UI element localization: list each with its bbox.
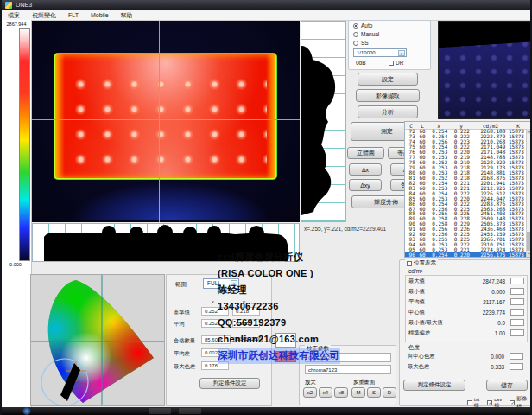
multi-S-button[interactable]: S [367,387,381,398]
table-row[interactable]: 96600.2540.2202256.17515873 [405,252,526,258]
range-select[interactable]: FULL ▼ [203,278,239,289]
calibration-param-2[interactable]: chroma7123 [305,365,391,374]
result-ng-badge: NG [276,351,296,362]
preview-panel-image [439,22,531,118]
menu-item-Mobile[interactable]: Mobile [85,10,115,20]
radio-row-SS[interactable]: SS [353,39,430,47]
multi-screen-label: 多重畫面 [353,379,375,386]
col-x-header: x [212,299,214,304]
table-body: 72600.2540.2222268.1881587373600.2540.22… [405,129,526,257]
taskbar[interactable] [2,407,532,415]
stat-value: 0.333 [458,364,510,370]
status-indicator-box [510,329,524,336]
delta-xy-button[interactable]: Δxy [349,179,382,191]
result-blank-box [276,333,296,348]
zoom-x8-button[interactable]: x8 [334,387,348,398]
table-col-header: K [509,123,528,129]
camera-preview[interactable] [438,21,532,119]
scroll-down-icon[interactable]: ▼ [527,252,531,257]
stat-value: 2239.774 [459,310,510,316]
measurement-table[interactable]: CLxycd/m2K 72600.2540.2222268.1881587373… [404,121,532,258]
luminance-image[interactable] [32,21,300,222]
capture-settings-panel: AutoManualSS 1/10000 ▼ 0dB DR [348,20,431,70]
status-indicator-box [510,288,524,295]
file-checkbox[interactable]: ✓ [510,400,515,405]
status-indicator-box [510,363,523,370]
taskbar-button[interactable] [149,408,171,414]
start-orb-icon[interactable] [22,407,31,415]
radio-row-Auto[interactable]: Auto [353,22,430,29]
scroll-up-icon[interactable]: ▲ [527,129,531,134]
analyze-button[interactable]: 分析 [358,105,418,118]
horizontal-profile-curve [33,224,299,261]
cie-horseshoe [31,275,164,405]
calibration-title: 校正參數 [305,345,331,353]
cursor-readout: x=.255, y=.221, cd/m2=2229.401 [304,226,386,232]
radio-ss[interactable] [353,41,358,46]
stat-value: 2847.248 [459,278,510,284]
delta-x-button[interactable]: Δx [349,163,382,176]
col-y-header: y [243,299,245,304]
judge-condition-button-2[interactable]: 判定條件設定 [200,378,260,389]
menu-item-視頻變化[interactable]: 視頻變化 [26,10,62,20]
status-indicator-box [510,319,524,326]
zoom-buttons: x2x4x8 [303,387,348,398]
panel-heatmap [54,53,277,180]
zoom-x4-button[interactable]: x4 [319,387,332,398]
radio-auto[interactable] [353,23,358,29]
menu-item-幫助[interactable]: 幫助 [115,10,139,20]
settings-button[interactable]: 設定 [358,73,418,86]
menu-item-檔案[interactable]: 檔案 [2,10,26,20]
table-cell: 15873 [507,252,526,257]
scroll-thumb[interactable] [527,232,531,251]
stat-row: 最小值/最大值0.0 [406,317,527,328]
stat-row: 最小值0.000 [406,286,527,297]
stat-label: 標準偏差 [408,329,459,337]
table-scrollbar[interactable]: ▲ ▼ [526,129,531,257]
ref-x-field[interactable]: 0.252 [201,307,229,316]
zoom-label: 放大 [305,379,316,386]
multi-M-button[interactable]: M [352,387,365,398]
table-cell: 0.254 [428,252,450,257]
crosshair-vertical[interactable] [159,21,160,222]
avg-y-field: 0.218 [232,319,260,328]
position-display-checkbox[interactable] [407,261,412,266]
ref-y-field[interactable]: 0.218 [232,307,260,316]
file-checkbox[interactable] [467,400,472,405]
multi-D-button[interactable]: D [383,387,396,398]
dr-checkbox-row[interactable]: DR [389,60,403,66]
zoom-x2-button[interactable]: x2 [303,387,317,398]
stat-row: 最大值2847.248 [406,276,527,286]
luminance-colorbar [19,28,30,261]
heatmap-blue-arc [71,182,269,220]
stat-row: 標準偏差1.00 [406,328,527,338]
table-col-header: L [417,123,428,129]
file-checkbox[interactable]: ✓ [487,400,492,405]
stat-row: 最大色差0.333 [405,361,526,372]
exposure-mode-radios: AutoManualSS [349,22,430,47]
stat-value: 0.0 [459,320,510,326]
position-stats-panel: 位置表示 cd/m² 最大值2847.248最小值0.000平均值2117.16… [399,259,532,406]
view-3d-button[interactable]: 立體圖 [347,147,384,159]
menu-item-FLT[interactable]: FLT [62,10,85,20]
judge-condition-button[interactable]: 判定條件設定 [403,380,466,391]
radio-manual[interactable] [353,32,358,37]
calibration-param-1[interactable]: ONE3 F2.8 [305,353,391,362]
horizontal-profile-plot [32,223,300,262]
radio-row-Manual[interactable]: Manual [353,30,430,38]
dr-checkbox[interactable] [389,61,394,66]
taskbar-button[interactable] [179,408,201,414]
window-title: ONE3 [16,0,32,10]
capture-button[interactable]: 影像擷取 [356,89,420,102]
cie-chromaticity-diagram[interactable] [30,274,165,406]
table-cell: 2256.175 [472,252,507,257]
stat-label: 最小值/最大值 [408,319,459,327]
shutter-speed-select[interactable]: 1/10000 ▼ [353,48,407,57]
title-bar[interactable]: ONE3 [2,0,532,10]
chroma-stats-rows: 與中心色差0.000最大色差0.333 [405,351,526,372]
stat-label: 最小值 [408,288,459,296]
position-display-toggle[interactable]: 位置表示 [405,259,438,267]
status-indicator-box [510,278,524,284]
save-button[interactable]: 儲存 [486,380,528,391]
crosshair-horizontal[interactable] [32,119,300,120]
